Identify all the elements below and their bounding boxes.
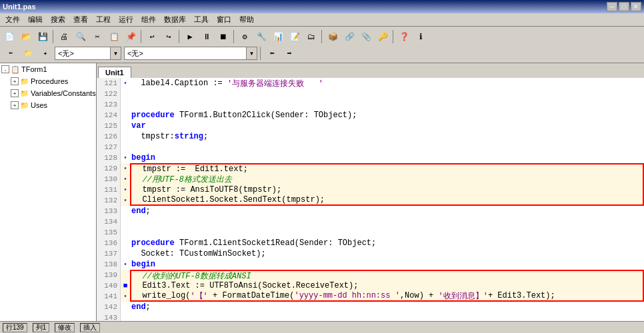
tb-btn-16[interactable]: 📊 bbox=[270, 29, 286, 44]
tb-btn-14[interactable]: ⚙ bbox=[237, 29, 253, 44]
dropdown-2[interactable]: <无> ▼ bbox=[124, 47, 257, 60]
window-title: Unit1.pas bbox=[3, 3, 607, 11]
tb-sep-2 bbox=[141, 30, 142, 43]
menu-help[interactable]: 帮助 bbox=[235, 13, 258, 26]
line-num-137: 137 bbox=[97, 248, 121, 259]
code-line-127: 127 bbox=[97, 142, 644, 153]
tab-bar: Unit1 bbox=[97, 63, 644, 78]
tb-open[interactable]: 📂 bbox=[18, 29, 34, 44]
line-dot-124 bbox=[121, 110, 130, 121]
left-panel: - 📋 TForm1 + 📁 Procedures + 📁 Variables/… bbox=[0, 63, 97, 321]
tree-expand-uses[interactable]: + bbox=[11, 101, 19, 109]
dropdown-1-arrow[interactable]: ▼ bbox=[110, 47, 121, 59]
tb-align-left[interactable]: ⬅ bbox=[264, 46, 280, 61]
tb-btn-17[interactable]: 📝 bbox=[287, 29, 303, 44]
line-content-129: tmpstr := Edit1.text; bbox=[130, 163, 644, 174]
tree-expand-variables[interactable]: + bbox=[11, 89, 19, 97]
tb-undo[interactable]: ↩ bbox=[144, 29, 160, 44]
code-line-122: 122 bbox=[97, 89, 644, 99]
tb-btn-4[interactable]: 🖨 bbox=[56, 29, 72, 44]
tree-expand-procedures[interactable]: + bbox=[11, 77, 19, 85]
menu-project[interactable]: 工程 bbox=[92, 13, 115, 26]
tree-item-procedures[interactable]: + 📁 Procedures bbox=[9, 75, 96, 87]
line-content-131: tmpstr := AnsiToUTF8(tmpstr); bbox=[130, 184, 644, 195]
menu-window[interactable]: 窗口 bbox=[213, 13, 235, 26]
line-dot-136 bbox=[121, 238, 130, 248]
menu-run[interactable]: 运行 bbox=[115, 13, 137, 26]
line-content-141: write_log('【' + FormatDateTime('yyyy-mm-… bbox=[130, 291, 644, 302]
code-line-132: 132• ClientSocket1.Socket.SendText(tmpst… bbox=[97, 195, 644, 206]
tree-item-tform1[interactable]: - 📋 TForm1 bbox=[0, 63, 96, 75]
dropdown-1[interactable]: <无> ▼ bbox=[55, 47, 121, 60]
tree-item-variables[interactable]: + 📁 Variables/Constants bbox=[9, 87, 96, 99]
tb-btn-20[interactable]: 🔗 bbox=[341, 29, 357, 44]
line-num-131: 131 bbox=[97, 184, 121, 195]
close-button[interactable]: ✕ bbox=[631, 2, 641, 11]
line-num-132: 132 bbox=[97, 195, 121, 206]
line-content-143 bbox=[130, 312, 644, 321]
code-line-124: 124procedure TForm1.Button2Click(Sender:… bbox=[97, 110, 644, 121]
tb-btn-7[interactable]: 📋 bbox=[106, 29, 122, 44]
line-content-124: procedure TForm1.Button2Click(Sender: TO… bbox=[130, 110, 644, 121]
tree-item-uses[interactable]: + 📁 Uses bbox=[9, 99, 96, 111]
procedures-icon: 📁 bbox=[20, 77, 29, 86]
status-bar: 行 139 列 1 修改 插入 bbox=[0, 321, 644, 333]
line-num-140: 140 bbox=[97, 280, 121, 291]
tb-sep-r2 bbox=[260, 47, 261, 60]
line-dot-142 bbox=[121, 302, 130, 312]
tb-btn-15[interactable]: 🔧 bbox=[253, 29, 269, 44]
line-num-135: 135 bbox=[97, 227, 121, 238]
tb-btn-6[interactable]: ✂ bbox=[89, 29, 105, 44]
code-line-138: 138•begin bbox=[97, 259, 644, 270]
menu-view[interactable]: 查看 bbox=[69, 13, 92, 26]
menu-search[interactable]: 搜索 bbox=[47, 13, 69, 26]
minimize-button[interactable]: ─ bbox=[607, 2, 617, 11]
tb-btn-18[interactable]: 🗂 bbox=[303, 29, 319, 44]
tb-btn-22[interactable]: 🔑 bbox=[375, 29, 391, 44]
tb-pause[interactable]: ⏸ bbox=[199, 29, 215, 44]
menu-edit[interactable]: 编辑 bbox=[24, 13, 47, 26]
tb-save[interactable]: 💾 bbox=[35, 29, 51, 44]
code-editor[interactable]: 121• label4.Caption := '与服务器端连接失败 '12212… bbox=[97, 78, 644, 321]
code-line-123: 123 bbox=[97, 99, 644, 110]
line-dot-139 bbox=[121, 270, 130, 280]
line-num-136: 136 bbox=[97, 238, 121, 248]
line-content-133: end; bbox=[130, 206, 644, 216]
tb-align-right[interactable]: ➡ bbox=[281, 46, 297, 61]
line-dot-134 bbox=[121, 216, 130, 227]
maximize-button[interactable]: □ bbox=[619, 2, 629, 11]
tb-info[interactable]: ℹ bbox=[413, 29, 429, 44]
tb-new[interactable]: 📄 bbox=[1, 29, 17, 44]
line-dot-131: • bbox=[121, 184, 130, 195]
menu-tools[interactable]: 工具 bbox=[190, 13, 213, 26]
tb-btn-8[interactable]: 📌 bbox=[123, 29, 139, 44]
menu-file[interactable]: 文件 bbox=[1, 13, 24, 26]
tb-row2-btn3[interactable]: ✦ bbox=[37, 46, 53, 61]
line-content-130: //用UTF-8格式发送出去 bbox=[130, 174, 644, 184]
status-insert: 插入 bbox=[80, 323, 100, 332]
tb-btn-19[interactable]: 📦 bbox=[325, 29, 341, 44]
menu-component[interactable]: 组件 bbox=[137, 13, 160, 26]
tb-row2-btn2[interactable]: 📁 bbox=[20, 46, 36, 61]
line-dot-143 bbox=[121, 312, 130, 321]
line-dot-121: • bbox=[121, 78, 130, 89]
tree-expand-tform1[interactable]: - bbox=[1, 65, 9, 73]
status-col-num: 1 bbox=[43, 324, 47, 331]
tb-row2-btn1[interactable]: ⬅ bbox=[3, 46, 19, 61]
title-bar: Unit1.pas ─ □ ✕ bbox=[0, 0, 644, 13]
tb-help[interactable]: ❓ bbox=[396, 29, 412, 44]
tb-redo[interactable]: ↪ bbox=[161, 29, 177, 44]
code-line-129: 129• tmpstr := Edit1.text; bbox=[97, 163, 644, 174]
line-content-127 bbox=[130, 142, 644, 153]
code-line-133: 133end; bbox=[97, 206, 644, 216]
dropdown-2-arrow[interactable]: ▼ bbox=[246, 47, 257, 59]
code-line-125: 125var bbox=[97, 121, 644, 131]
tab-unit1[interactable]: Unit1 bbox=[98, 67, 131, 78]
tb-btn-21[interactable]: 📎 bbox=[358, 29, 374, 44]
tb-stop[interactable]: ⏹ bbox=[215, 29, 231, 44]
line-content-140: Edit3.Text := UTF8ToAnsi(Socket.ReceiveT… bbox=[130, 280, 644, 291]
tb-run[interactable]: ▶ bbox=[182, 29, 198, 44]
menu-database[interactable]: 数据库 bbox=[160, 13, 190, 26]
tb-sep-6 bbox=[393, 30, 394, 43]
tb-btn-5[interactable]: 🔍 bbox=[73, 29, 89, 44]
